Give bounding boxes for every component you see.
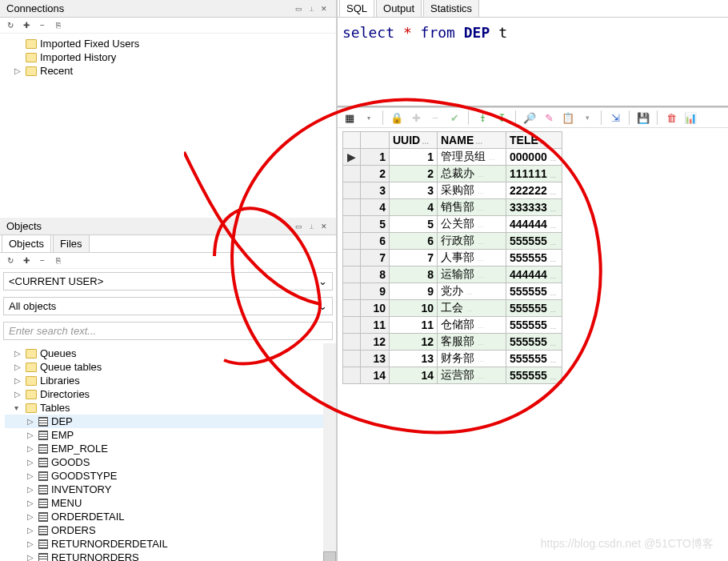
expand-icon[interactable]: ▷ (14, 390, 22, 399)
connections-item[interactable]: ▷Recent (5, 64, 331, 78)
table-row[interactable]: 2 2 总裁办 … 111111 … (343, 166, 562, 182)
cell-name[interactable]: 运营部 … (438, 367, 506, 384)
row-marker[interactable] (343, 233, 361, 250)
find-icon[interactable]: 🔎 (522, 110, 537, 125)
table-item[interactable]: ▷ORDERS (5, 523, 331, 537)
cell-tele[interactable]: 555555 … (506, 250, 562, 266)
column-header[interactable]: NAME… (438, 132, 506, 149)
chart-icon[interactable]: 📊 (683, 110, 698, 125)
folder-item[interactable]: ▷Libraries (5, 374, 331, 387)
row-marker[interactable] (343, 250, 361, 266)
fetch-next-icon[interactable]: ↧ (494, 110, 509, 125)
user-dropdown[interactable]: <CURRENT USER> ⌄ (3, 272, 333, 291)
row-marker[interactable] (343, 266, 361, 283)
cell-uuid[interactable]: 8 (390, 266, 438, 283)
table-row[interactable]: 4 4 销售部 … 333333 … (343, 199, 562, 216)
cell-name[interactable]: 行政部 … (438, 233, 506, 250)
remove-row-icon[interactable]: − (428, 110, 442, 125)
tab-sql[interactable]: SQL (339, 0, 374, 17)
cell-tele[interactable]: 555555 … (506, 334, 562, 351)
cell-name[interactable]: 人事部 … (438, 250, 506, 266)
expand-icon[interactable]: ▷ (27, 485, 35, 494)
cell-tele[interactable]: 555555 … (506, 367, 562, 384)
results-grid[interactable]: UUID… NAME… TELE… ▶ 1 1 管理员组 … 000000 … … (342, 131, 562, 384)
expand-icon[interactable]: ▷ (27, 526, 35, 535)
copy-icon[interactable]: ⎘ (53, 255, 64, 266)
cell-uuid[interactable]: 14 (390, 367, 438, 384)
lock-icon[interactable]: 🔒 (390, 110, 404, 125)
table-row[interactable]: 10 10 工会 … 555555 … (343, 300, 562, 317)
row-marker[interactable] (343, 351, 361, 367)
row-marker[interactable] (343, 300, 361, 317)
stop-icon[interactable]: 🗑 (664, 110, 678, 125)
commit-icon[interactable]: ✔ (447, 110, 462, 125)
table-row[interactable]: 7 7 人事部 … 555555 … (343, 250, 562, 266)
scrollbar[interactable] (323, 343, 336, 561)
chevron-down-icon[interactable]: ▾ (362, 110, 376, 125)
cell-tele[interactable]: 444444 … (506, 216, 562, 233)
expand-icon[interactable]: ▷ (27, 499, 35, 507)
fetch-all-icon[interactable]: ⤈ (475, 110, 490, 125)
tab-statistics[interactable]: Statistics (423, 0, 479, 17)
table-item[interactable]: ▷ORDERDETAIL (5, 510, 331, 523)
collapse-icon[interactable]: ▾ (14, 403, 22, 412)
expand-icon[interactable]: ▷ (27, 539, 35, 548)
search-input[interactable]: Enter search text... (3, 322, 333, 340)
cell-uuid[interactable]: 11 (390, 317, 438, 334)
cell-tele[interactable]: 555555 … (506, 283, 562, 300)
cell-uuid[interactable]: 4 (390, 199, 438, 216)
row-marker[interactable]: ▶ (343, 149, 361, 166)
copy-icon[interactable]: 📋 (561, 110, 575, 125)
cell-name[interactable]: 工会 … (438, 300, 506, 317)
cell-tele[interactable]: 111111 … (506, 166, 562, 182)
add-icon[interactable]: ✚ (21, 20, 32, 31)
cell-tele[interactable]: 222222 … (506, 182, 562, 199)
cell-name[interactable]: 财务部 … (438, 351, 506, 367)
pin-icon[interactable]: ⟂ (306, 3, 317, 14)
tab-files[interactable]: Files (53, 234, 89, 252)
filter-dropdown[interactable]: All objects ⌄ (3, 297, 333, 315)
sql-editor[interactable]: select * from DEP t (338, 18, 728, 107)
cell-name[interactable]: 党办 … (438, 283, 506, 300)
cell-tele[interactable]: 555555 … (506, 351, 562, 367)
cell-name[interactable]: 销售部 … (438, 199, 506, 216)
row-marker[interactable] (343, 317, 361, 334)
cell-uuid[interactable]: 6 (390, 233, 438, 250)
expand-icon[interactable]: ▷ (27, 417, 35, 426)
column-header[interactable]: TELE… (506, 132, 562, 149)
scrollbar-thumb[interactable] (323, 551, 336, 561)
objects-tree[interactable]: ▷Queues▷Queue tables▷Libraries▷Directori… (0, 343, 336, 561)
table-row[interactable]: 13 13 财务部 … 555555 … (343, 351, 562, 367)
tables-folder[interactable]: ▾ Tables (5, 401, 331, 415)
expand-icon[interactable]: ▷ (27, 444, 35, 453)
connections-item[interactable]: Imported Fixed Users (5, 37, 331, 50)
connections-item[interactable]: Imported History (5, 50, 331, 64)
expand-icon[interactable]: ▷ (14, 363, 22, 371)
cell-name[interactable]: 客服部 … (438, 334, 506, 351)
folder-item[interactable]: ▷Directories (5, 387, 331, 401)
table-row[interactable]: 6 6 行政部 … 555555 … (343, 233, 562, 250)
save-icon[interactable]: 💾 (636, 110, 650, 125)
column-header[interactable]: UUID… (390, 132, 438, 149)
table-item[interactable]: ▷GOODS (5, 455, 331, 469)
cell-uuid[interactable]: 5 (390, 216, 438, 233)
export-icon[interactable]: ⇲ (608, 110, 622, 125)
table-row[interactable]: 9 9 党办 … 555555 … (343, 283, 562, 300)
row-marker[interactable] (343, 283, 361, 300)
table-item[interactable]: ▷EMP (5, 428, 331, 442)
pin-icon[interactable]: ▭ (293, 3, 304, 14)
add-icon[interactable]: ✚ (21, 255, 32, 266)
cell-uuid[interactable]: 1 (390, 149, 438, 166)
cell-name[interactable]: 运输部 … (438, 266, 506, 283)
table-item[interactable]: ▷RETURNORDERS (5, 551, 331, 561)
table-row[interactable]: 11 11 仓储部 … 555555 … (343, 317, 562, 334)
row-marker[interactable] (343, 334, 361, 351)
table-row[interactable]: 3 3 采购部 … 222222 … (343, 182, 562, 199)
cell-name[interactable]: 公关部 … (438, 216, 506, 233)
pin-icon[interactable]: ⟂ (306, 221, 317, 232)
add-row-icon[interactable]: ✚ (409, 110, 423, 125)
expand-icon[interactable]: ▷ (27, 471, 35, 480)
cell-tele[interactable]: 555555 … (506, 300, 562, 317)
cell-tele[interactable]: 000000 … (506, 149, 562, 166)
table-item[interactable]: ▷GOODSTYPE (5, 469, 331, 483)
